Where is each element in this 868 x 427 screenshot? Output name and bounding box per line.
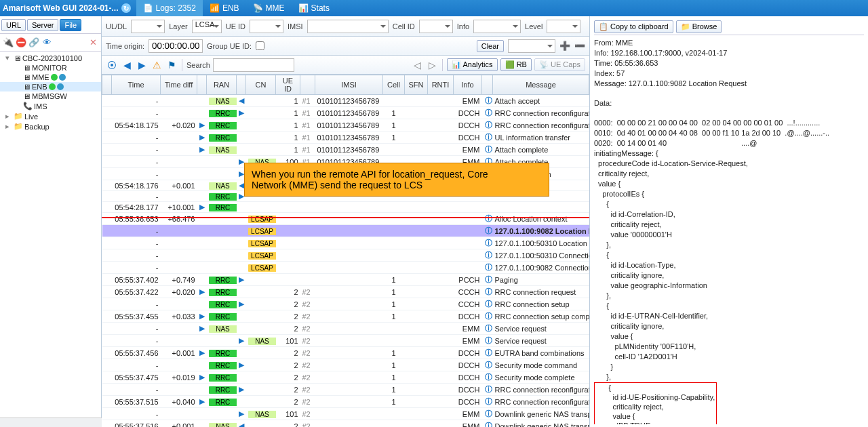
- cellid-label: Cell ID: [393, 22, 415, 30]
- sidebar-toolbar: 🔌 ⛔ 🔗 👁 ✕: [0, 34, 101, 52]
- url-button[interactable]: URL: [1, 19, 26, 31]
- browse-button[interactable]: 📁 Browse: [676, 20, 722, 33]
- tree-node-mme[interactable]: 🖥MME: [0, 73, 101, 82]
- warning-icon[interactable]: ⚠: [151, 59, 163, 71]
- logs-icon: 📄: [143, 3, 153, 13]
- stop-icon[interactable]: ⛔: [16, 37, 26, 48]
- add-icon[interactable]: ➕: [559, 41, 570, 52]
- log-row[interactable]: -LCSAPⓘ127.0.1.100:50310 Location Reques…: [102, 237, 589, 249]
- tree-node-cbc-2023010100[interactable]: ▾🖥CBC-2023010100: [0, 53, 101, 63]
- tab-stats[interactable]: 📊Stats: [292, 0, 336, 16]
- close-icon[interactable]: ✕: [87, 37, 98, 48]
- cellid-select[interactable]: [419, 20, 453, 33]
- log-table-wrap[interactable]: TimeTime diffRANCNUE IDIMSICellSFNRNTIIn…: [102, 75, 589, 427]
- imsi-select[interactable]: [307, 20, 389, 33]
- next-search-icon[interactable]: ▷: [426, 59, 438, 71]
- log-row[interactable]: -LCSAPⓘ127.0.1.100:50310 Connection Orie…: [102, 249, 589, 262]
- clear-button[interactable]: Clear: [477, 40, 504, 52]
- log-row[interactable]: -RRC▶1#10101011234567891DCCHⓘRRC connect…: [102, 107, 589, 119]
- log-row[interactable]: -▶NAS101#2EMMⓘService request: [102, 335, 589, 347]
- group-ueid-checkbox[interactable]: [256, 41, 264, 50]
- server-tree: ▾🖥CBC-2023010100 🖥MONITOR 🖥MME 🖥ENB 🖥MBM…: [0, 52, 101, 427]
- clear-select[interactable]: [508, 39, 555, 53]
- col-Message[interactable]: Message: [493, 75, 589, 95]
- uldl-select[interactable]: [131, 20, 165, 33]
- col-Info[interactable]: Info: [454, 75, 482, 95]
- log-row[interactable]: -LCSAPⓘ127.0.1.100:9082 Location Request: [102, 225, 589, 237]
- server-button[interactable]: Server: [27, 19, 58, 31]
- col-Time[interactable]: Time: [112, 75, 161, 95]
- tab-mme[interactable]: 📡MME: [246, 0, 292, 16]
- log-row[interactable]: -NAS◀1#1010101123456789EMMⓘAttach accept: [102, 95, 589, 107]
- log-row[interactable]: -▶NAS2#2EMMⓘService request: [102, 323, 589, 335]
- col-Time diff[interactable]: Time diff: [161, 75, 197, 95]
- log-row[interactable]: 05:55:36.653+68.476LCSAPⓘAlloc Location …: [102, 213, 589, 225]
- ueid-select[interactable]: [250, 20, 283, 33]
- prev-search-icon[interactable]: ◁: [411, 59, 423, 71]
- col-arrow[interactable]: [300, 75, 315, 95]
- tab-logs[interactable]: 📄Logs: 2352: [136, 0, 203, 16]
- col-RNTI[interactable]: RNTI: [428, 75, 454, 95]
- log-row[interactable]: 05:55:37.422+0.020▶RRC2#21CCCHⓘRRC conne…: [102, 286, 589, 298]
- time-origin-label: Time origin:: [106, 42, 144, 50]
- eye-icon[interactable]: 👁: [41, 37, 52, 48]
- log-row[interactable]: -▶NAS101#2EMMⓘDownlink generic NAS trans…: [102, 408, 589, 420]
- log-row[interactable]: 05:55:37.475+0.019▶RRC2#21DCCHⓘSecurity …: [102, 371, 589, 384]
- tree-node-enb[interactable]: 🖥ENB: [0, 82, 101, 92]
- tree-node-backup[interactable]: ▸📁Backup: [0, 121, 101, 131]
- col-arrow[interactable]: [197, 75, 207, 95]
- col-arrow[interactable]: [237, 75, 246, 95]
- col-arrow[interactable]: [102, 75, 112, 95]
- detail-panel: 📋 Copy to clipboard 📁 Browse From: MME I…: [590, 16, 868, 427]
- log-row[interactable]: 05:55:37.402+0.749RRC▶1PCCHⓘPaging: [102, 274, 589, 286]
- log-row[interactable]: 05:55:37.456+0.001▶RRC2#21DCCHⓘEUTRA ban…: [102, 347, 589, 359]
- ueid-label: UE ID: [226, 22, 245, 30]
- connect-icon[interactable]: 🔌: [3, 37, 14, 48]
- tab-enb[interactable]: 📶ENB: [203, 0, 246, 16]
- log-row[interactable]: -▶NAS1#1010101123456789EMMⓘAttach comple…: [102, 144, 589, 156]
- analytics-button[interactable]: 📊 Analytics: [447, 58, 497, 71]
- search-label: Search: [186, 61, 210, 69]
- log-row[interactable]: 05:55:37.516+0.001NAS◀2#2EMMⓘDownlink ge…: [102, 420, 589, 428]
- level-select[interactable]: [547, 20, 580, 33]
- col-RAN[interactable]: RAN: [207, 75, 237, 95]
- layer-select[interactable]: LCSA: [192, 20, 222, 33]
- refresh-icon[interactable]: ↻: [121, 3, 131, 13]
- copy-clipboard-button[interactable]: 📋 Copy to clipboard: [594, 20, 673, 33]
- enb-icon: 📶: [210, 3, 220, 13]
- remove-icon[interactable]: ➖: [574, 41, 585, 52]
- log-row[interactable]: 05:54:18.175+0.020▶RRC1#1010101123456789…: [102, 119, 589, 131]
- col-Cell[interactable]: Cell: [383, 75, 405, 95]
- col-SFN[interactable]: SFN: [405, 75, 428, 95]
- sidebar: URL Server File 🔌 ⛔ 🔗 👁 ✕ ▾🖥CBC-20230101…: [0, 16, 102, 427]
- col-arrow[interactable]: [482, 75, 493, 95]
- log-row[interactable]: -LCSAPⓘ127.0.1.100:9082 Connection Orien…: [102, 262, 589, 274]
- log-row[interactable]: -RRC▶2#21CCCHⓘRRC connection setup: [102, 298, 589, 310]
- tree-node-mbmsgw[interactable]: 🖥MBMSGW: [0, 92, 101, 101]
- detail-text[interactable]: From: MME Info: 192.168.100.17:9000, v20…: [594, 38, 864, 424]
- forward-icon[interactable]: ▶: [136, 59, 148, 71]
- log-row[interactable]: 05:55:37.455+0.033▶RRC2#21DCCHⓘRRC conne…: [102, 310, 589, 323]
- log-row[interactable]: -▶RRC1#10101011234567891DCCHⓘUL informat…: [102, 131, 589, 144]
- time-origin-input[interactable]: [149, 39, 203, 53]
- file-button[interactable]: File: [60, 19, 81, 31]
- tree-node-monitor[interactable]: 🖥MONITOR: [0, 63, 101, 73]
- info-select[interactable]: [473, 20, 521, 33]
- flag-icon[interactable]: ⚑: [165, 59, 178, 71]
- log-row[interactable]: -RRC▶2#21DCCHⓘSecurity mode command: [102, 359, 589, 371]
- col-IMSI[interactable]: IMSI: [315, 75, 383, 95]
- back-icon[interactable]: ◀: [121, 59, 133, 71]
- col-CN[interactable]: CN: [246, 75, 276, 95]
- link-icon[interactable]: 🔗: [28, 37, 39, 48]
- log-row[interactable]: 05:55:37.515+0.040▶RRC2#21DCCHⓘRRC conne…: [102, 396, 589, 408]
- tree-node-live[interactable]: ▸📁Live: [0, 111, 101, 121]
- home-icon[interactable]: ⦿: [106, 59, 118, 71]
- log-row[interactable]: -RRC▶2#21DCCHⓘRRC connection reconfigura…: [102, 384, 589, 396]
- horizontal-scrollbar[interactable]: [0, 418, 102, 427]
- tree-node-ims[interactable]: 📞IMS: [0, 101, 101, 111]
- log-row[interactable]: 05:54:28.177+10.001▶RRC: [102, 202, 589, 213]
- uecaps-button[interactable]: 📡 UE Caps: [534, 58, 585, 71]
- col-UE ID[interactable]: UE ID: [276, 75, 300, 95]
- rb-button[interactable]: 🟩 RB: [500, 58, 532, 71]
- search-input[interactable]: [213, 58, 294, 72]
